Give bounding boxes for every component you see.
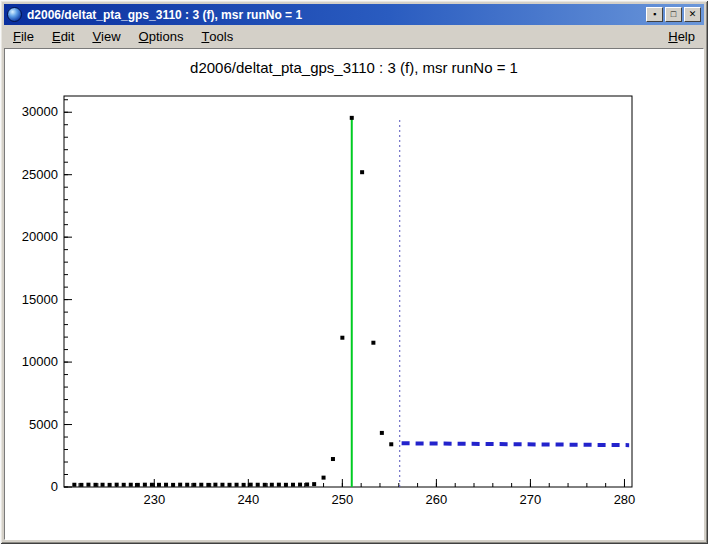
histogram-data-point	[312, 482, 316, 486]
histogram-data-point	[150, 483, 154, 487]
histogram-data-point	[185, 483, 189, 487]
y-tick-label: 25000	[22, 167, 58, 182]
histogram-data-point	[284, 483, 288, 487]
titlebar[interactable]: d2006/deltat_pta_gps_3110 : 3 (f), msr r…	[4, 4, 704, 25]
histogram-data-point	[291, 483, 295, 487]
menu-tools[interactable]: Tools	[192, 27, 242, 46]
histogram-data-point	[331, 457, 335, 461]
maximize-icon: □	[671, 10, 676, 19]
histogram-data-point	[171, 483, 175, 487]
minimize-icon: ▪	[653, 10, 656, 19]
canvas-area: d2006/deltat_pta_gps_3110 : 3 (f), msr r…	[4, 48, 704, 540]
theory-line	[402, 443, 630, 445]
histogram-data-point	[277, 483, 281, 487]
histogram-data-point	[157, 483, 161, 487]
histogram-data-point	[101, 483, 105, 487]
histogram-data-point	[199, 483, 203, 487]
histogram-data-point	[79, 483, 83, 487]
y-tick-label: 0	[51, 479, 58, 494]
histogram-data-point	[380, 431, 384, 435]
histogram-data-point	[122, 483, 126, 487]
histogram-data-point	[136, 483, 140, 487]
histogram-data-point	[360, 170, 364, 174]
x-tick-label: 240	[237, 492, 259, 507]
y-tick-label: 15000	[22, 292, 58, 307]
histogram-data-point	[164, 483, 168, 487]
window-title: d2006/deltat_pta_gps_3110 : 3 (f), msr r…	[27, 8, 644, 22]
minimize-button[interactable]: ▪	[646, 7, 663, 22]
histogram-data-point	[213, 483, 217, 487]
plot-frame	[64, 96, 632, 487]
menu-edit[interactable]: Edit	[43, 27, 83, 46]
maximize-button[interactable]: □	[665, 7, 682, 22]
menu-options[interactable]: Options	[130, 27, 193, 46]
close-button[interactable]: ✕	[684, 7, 701, 22]
histogram-data-point	[350, 116, 354, 120]
histogram-data-point	[86, 483, 90, 487]
histogram-data-point	[298, 483, 302, 487]
histogram-data-point	[235, 483, 239, 487]
x-tick-label: 280	[614, 492, 636, 507]
window: d2006/deltat_pta_gps_3110 : 3 (f), msr r…	[0, 0, 708, 544]
histogram-data-point	[72, 483, 76, 487]
histogram-data-point	[242, 483, 246, 487]
histogram-data-point	[192, 483, 196, 487]
x-tick-label: 270	[520, 492, 542, 507]
histogram-data-point	[340, 336, 344, 340]
histogram-data-point	[129, 483, 133, 487]
y-tick-label: 10000	[22, 354, 58, 369]
histogram-data-point	[115, 483, 119, 487]
histogram-data-point	[256, 483, 260, 487]
histogram-data-point	[178, 483, 182, 487]
menu-view[interactable]: View	[83, 27, 129, 46]
menu-file[interactable]: File	[4, 27, 43, 46]
histogram-data-point	[305, 483, 309, 487]
histogram-data-point	[322, 476, 326, 480]
histogram-data-point	[206, 483, 210, 487]
x-tick-label: 250	[332, 492, 354, 507]
chart-svg[interactable]: 2302402502602702800500010000150002000025…	[5, 49, 703, 539]
histogram-data-point	[228, 483, 232, 487]
histogram-data-point	[220, 483, 224, 487]
histogram-data-point	[108, 483, 112, 487]
y-tick-label: 20000	[22, 229, 58, 244]
histogram-data-point	[389, 442, 393, 446]
histogram-data-point	[371, 341, 375, 345]
histogram-data-point	[143, 483, 147, 487]
x-tick-label: 230	[143, 492, 165, 507]
menubar: File Edit View Options Tools Help	[4, 27, 704, 46]
y-tick-label: 30000	[22, 104, 58, 119]
y-tick-label: 5000	[29, 417, 58, 432]
histogram-data-point	[94, 483, 98, 487]
histogram-data-point	[270, 483, 274, 487]
x-tick-label: 260	[426, 492, 448, 507]
histogram-data-point	[249, 483, 253, 487]
menu-help[interactable]: Help	[659, 27, 704, 46]
close-icon: ✕	[689, 10, 697, 19]
app-icon[interactable]	[7, 7, 22, 22]
histogram-data-point	[263, 483, 267, 487]
